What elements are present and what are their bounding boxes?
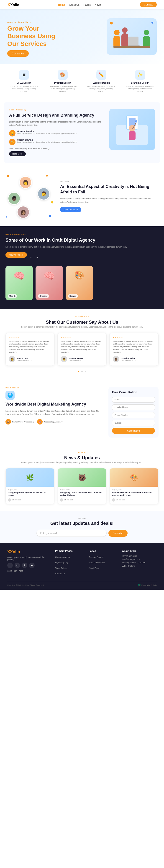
- phone-input[interactable]: [112, 412, 155, 418]
- nav-link-pages[interactable]: Pages: [84, 3, 91, 6]
- reviewer-avatar-1: 👩: [9, 356, 15, 362]
- team-desc: Lorem ipsum is simply dummy text of the …: [60, 197, 159, 204]
- blog-card-3[interactable]: 🎨 Aug 13, 2024 Usability Pitfalls of Dis…: [110, 468, 159, 504]
- blog-section: My Blog News & Updates Lorem ipsum is si…: [0, 444, 164, 511]
- product-icon: 🎨: [57, 70, 68, 80]
- reviewer-1: 👩 Danilo Lutz CEO Freelsancer Ltd.: [9, 356, 51, 362]
- marketing-section: Our Success 🌐 Worldwide Best Digital Mar…: [0, 380, 164, 444]
- footer-grid: XXolio Lorem ipsum is simply dummy text …: [7, 550, 157, 577]
- project-card-2: 🧠 Creative: [36, 266, 63, 300]
- quote-3: Lorem ipsum is Simply dummy text of the …: [113, 340, 155, 354]
- craft-desc: Lorem ipsum is simply dummy text of the …: [5, 245, 159, 248]
- reviewer-role-2: CEO Freelsancer Ltd.: [69, 360, 84, 361]
- consultation-title: Free Consultation: [112, 391, 155, 394]
- reviewer-info-2: Samuel Peters CEO Freelsancer Ltd.: [69, 357, 84, 361]
- stat-icon-1: 📦: [5, 419, 11, 425]
- feature-sketch: ✏️ Sketch Drawing Lorem ipsum is simply …: [9, 139, 105, 145]
- nav-link-home[interactable]: Home: [58, 3, 65, 6]
- footer-made-with: 🇧🇩Made with♥Xolio: [138, 584, 157, 586]
- author-dot-2: [60, 498, 63, 501]
- nav-link-about[interactable]: About Us: [69, 3, 80, 6]
- social-linkedin[interactable]: in: [14, 563, 20, 568]
- social-twitter[interactable]: t: [22, 563, 27, 568]
- email-input[interactable]: [112, 404, 155, 410]
- blog-meta-1: Aug 13, 2024: [8, 489, 52, 491]
- newsletter-input[interactable]: [36, 530, 107, 537]
- hero-cta-button[interactable]: Contact Us: [7, 50, 29, 57]
- footer-bottom: Copyright © Xolio, 2024. All Rights Rese…: [7, 581, 157, 586]
- about-image: [109, 109, 155, 150]
- footer-link-digital-agency[interactable]: Digital Agency: [55, 561, 68, 564]
- newsletter-section: Our Blog Get latest updates and deals! S…: [0, 511, 164, 543]
- blog-meta-2: Aug 13, 2024: [60, 489, 104, 491]
- newsletter-subscribe-button[interactable]: Subscribe: [109, 530, 128, 537]
- feature-concept: 💡 Concept Creation Lorem ipsum is simply…: [9, 130, 105, 136]
- craft-title: Some of Our Work in Craft Digital Agency: [5, 237, 159, 243]
- marketing-icon: 🌐: [5, 391, 14, 400]
- team-cta-button[interactable]: View Our Team: [60, 207, 81, 212]
- blog-title: News & Updates: [5, 455, 159, 460]
- testimonials-section: Testimonials Shat Our Customer Say About…: [0, 309, 164, 380]
- about-image-container: [109, 109, 155, 150]
- brain-icon-2: 🧠: [43, 271, 55, 281]
- testimonials-header: Testimonials Shat Our Customer Say About…: [5, 316, 159, 328]
- nav-cta-button[interactable]: Contact: [140, 2, 157, 7]
- blog-author-1: 25 min read: [8, 498, 52, 501]
- craft-next-arrow[interactable]: →: [35, 255, 39, 259]
- dot-2[interactable]: [81, 371, 83, 372]
- project-label-1: Use It.: [8, 294, 17, 298]
- craft-cta-button[interactable]: View All Project: [5, 252, 27, 258]
- testimonials-badge: Testimonials: [5, 316, 159, 318]
- dot-1[interactable]: [78, 371, 79, 372]
- hero-section: Amazing Some Here Grow Your Business Usi…: [0, 9, 164, 64]
- testimonial-3: ★★★★★ Lorem ipsum is Simply dummy text o…: [109, 333, 159, 366]
- footer-primary-links: Creative Agency Digital Agency Team Deta…: [55, 555, 84, 575]
- blog-content-3: Aug 13, 2024 Usability Pitfalls of Disab…: [110, 487, 158, 504]
- paint-icon: 🎨: [74, 271, 84, 280]
- footer-page-creative[interactable]: Creative Agency: [89, 556, 104, 558]
- stat-1: 📦 Faster Order Processing: [5, 419, 34, 425]
- blog-card-2[interactable]: 🐻 Aug 13, 2024 Designing Filters That Wo…: [57, 468, 107, 504]
- consultation-button[interactable]: Consultation: [112, 428, 155, 434]
- reviewer-name-1: Danilo Lutz: [17, 357, 33, 360]
- craft-prev-arrow[interactable]: ←: [29, 255, 33, 259]
- blog-content-1: Aug 13, 2024 Designing Birthday Make-UI …: [6, 487, 54, 504]
- hero-image: [107, 18, 157, 55]
- name-input[interactable]: [112, 397, 155, 403]
- blog-post-title-2: Designing Filters That Work Best Practic…: [60, 492, 104, 497]
- team-content: Our Teams An Essential Aspect of Creativ…: [60, 181, 159, 212]
- stars-1: ★★★★★: [9, 336, 51, 339]
- blog-desc: Lorem ipsum is simply dummy text of the …: [5, 461, 159, 464]
- blog-meta-3: Aug 13, 2024: [112, 489, 156, 491]
- subject-input[interactable]: [112, 420, 155, 426]
- uiux-title: UI UX Design: [9, 82, 39, 84]
- craft-section: Our Complete Craft Some of Our Work in C…: [0, 226, 164, 309]
- website-icon: ✏️: [96, 70, 107, 80]
- footer-link-team[interactable]: Team Details: [55, 567, 67, 569]
- stat-label-1: Faster Order Processing: [12, 421, 34, 423]
- footer-pages-links: Creative Agency Personal Portfolio About…: [89, 555, 118, 570]
- testimonial-2: ★★★★★ Lorem ipsum is Simply dummy text o…: [57, 333, 107, 366]
- reviewer-3: 👩🏽 Caroline Neko CEO Freelsancer Ltd.: [113, 356, 155, 362]
- dot-3[interactable]: [85, 371, 86, 372]
- services-section: 🖥 UI UX Design Lorem ipsum is simply dum…: [0, 64, 164, 98]
- nav-link-news[interactable]: News: [95, 3, 101, 6]
- blog-card-1[interactable]: 🌿 Aug 13, 2024 Designing Birthday Make-U…: [5, 468, 54, 504]
- social-facebook[interactable]: f: [7, 563, 13, 568]
- read-more-button[interactable]: Read More: [9, 151, 26, 156]
- footer-link-contact[interactable]: Contact Us: [55, 572, 66, 575]
- product-title: Product Design: [48, 82, 77, 84]
- stars-2: ★★★★★: [61, 336, 103, 339]
- newsletter-form: Subscribe: [36, 530, 128, 537]
- newsletter-title: Get latest updates and deals!: [5, 521, 159, 526]
- footer-page-about[interactable]: About Page: [89, 567, 99, 569]
- concept-icon: 💡: [9, 130, 15, 136]
- reviewer-role-3: CEO Freelsancer Ltd.: [121, 360, 136, 361]
- team-label: Our Teams: [60, 181, 159, 183]
- social-youtube[interactable]: ▶: [29, 563, 35, 568]
- footer-link-creative-agency[interactable]: Creative Agency: [55, 556, 70, 558]
- footer-about-store: About Store #(800) 555-0171 info@example…: [122, 550, 157, 577]
- stars-3: ★★★★★: [113, 336, 155, 339]
- stat-2: 🎯 Processing Accuracy: [37, 419, 63, 425]
- footer-page-portfolio[interactable]: Personal Portfolio: [89, 561, 105, 564]
